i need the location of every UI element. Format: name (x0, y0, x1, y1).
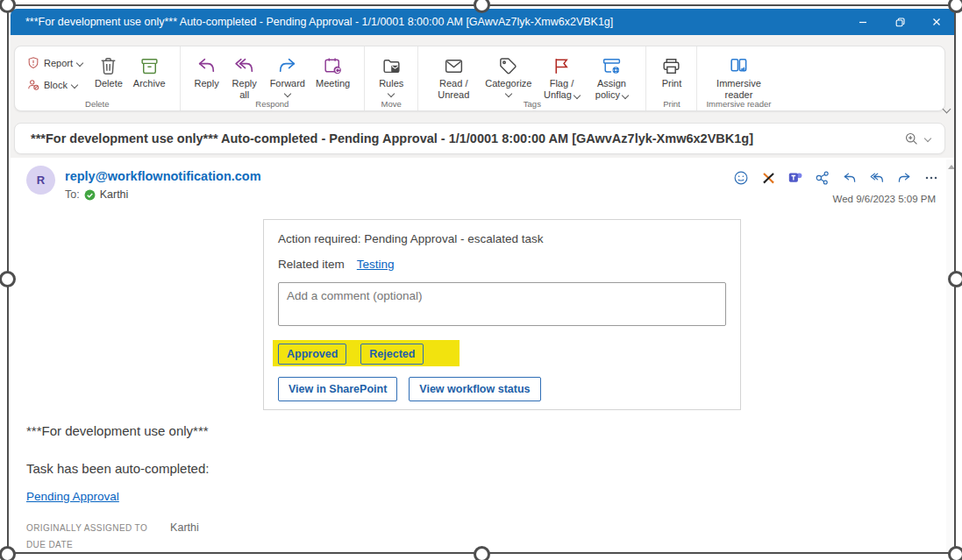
scroll-up-button[interactable] (947, 162, 955, 171)
subject-bar: ***For development use only*** Auto-comp… (14, 123, 945, 154)
immersive-reader-icon (728, 55, 750, 77)
delete-trash-icon (97, 55, 119, 77)
teams-icon (787, 170, 803, 186)
reply-icon (842, 170, 858, 186)
due-date-label: DUE DATE (26, 540, 73, 549)
teams-share-button[interactable] (787, 170, 803, 186)
scrollbar[interactable] (946, 159, 955, 554)
assign-policy-button[interactable]: Assign policy (591, 53, 631, 101)
rules-icon (381, 55, 403, 77)
selection-handle (0, 271, 16, 287)
approve-reject-row: Approved Rejected (278, 342, 726, 365)
ribbon-group-label: Move (365, 99, 417, 109)
rules-label: Rules (379, 78, 403, 89)
reply-all-quick-button[interactable] (869, 170, 885, 186)
flag-unflag-text: Flag / Unflag (544, 78, 574, 100)
print-button[interactable]: Print (660, 53, 682, 89)
flag-icon (551, 55, 573, 77)
report-label: Report (44, 58, 73, 68)
due-date-row: DUE DATE (26, 540, 73, 549)
view-workflow-status-button[interactable]: View workflow status (409, 377, 540, 401)
assign-policy-text: Assign policy (595, 78, 626, 100)
archive-button[interactable]: Archive (133, 53, 166, 89)
related-item-link[interactable]: Testing (357, 258, 395, 271)
close-button[interactable] (918, 9, 955, 35)
sender-email[interactable]: reply@workflownotification.com (65, 169, 261, 183)
ribbon-group-label: Print (646, 99, 696, 109)
delete-button[interactable]: Delete (95, 53, 123, 89)
immersive-reader-button[interactable]: Immersive reader (711, 53, 766, 101)
chevron-down-icon (284, 90, 291, 97)
message-action-icons (733, 170, 939, 186)
read-unread-icon (443, 55, 465, 77)
ribbon-group-label: Immersive reader (697, 99, 780, 109)
flag-unflag-button[interactable]: Flag / Unflag (542, 53, 581, 101)
rejected-button[interactable]: Rejected (360, 344, 424, 365)
zoom-control[interactable] (904, 131, 944, 146)
comment-input[interactable] (278, 282, 726, 326)
forward-button[interactable]: Forward (270, 53, 305, 96)
categorize-button[interactable]: Categorize (485, 53, 531, 96)
delete-label: Delete (95, 78, 123, 89)
meeting-label: Meeting (316, 78, 350, 89)
selection-handle (474, 546, 490, 560)
report-button[interactable]: Report (27, 56, 82, 69)
chevron-down-icon (388, 90, 395, 97)
minimize-icon (858, 17, 868, 27)
task-completed-text: Task has been auto-completed: (26, 461, 209, 476)
chevron-down-icon (574, 92, 581, 99)
reaction-smiley-button[interactable] (733, 170, 749, 186)
forward-icon (276, 55, 298, 77)
addin-x-icon (761, 171, 776, 186)
ribbon-group-label: Delete (15, 99, 180, 109)
recipient-name[interactable]: Karthi (100, 188, 129, 201)
ribbon-group-respond: Reply Reply all Forward (181, 46, 366, 110)
ribbon-collapse-button[interactable] (944, 100, 950, 116)
pending-approval-link-text[interactable]: Pending Approval (26, 490, 119, 503)
print-label: Print (662, 78, 682, 89)
block-button[interactable]: Block (27, 78, 82, 91)
maximize-button[interactable] (881, 9, 918, 35)
smiley-icon (733, 170, 749, 186)
reply-all-label: Reply all (230, 78, 260, 101)
rules-button[interactable]: Rules (379, 53, 403, 96)
assigned-label: ORIGINALLY ASSIGNED TO (26, 523, 147, 533)
minimize-button[interactable] (844, 9, 881, 35)
meeting-button[interactable]: Meeting (316, 53, 350, 89)
selection-handle (948, 546, 962, 560)
scroll-up-icon (948, 165, 955, 169)
ribbon-group-label: Tags (418, 99, 645, 109)
reply-all-button[interactable]: Reply all (230, 53, 260, 101)
flag-unflag-label: Flag / Unflag (542, 78, 581, 101)
approval-card: Action required: Pending Approval - esca… (263, 219, 741, 410)
window-controls (844, 9, 955, 35)
share-button[interactable] (815, 170, 830, 186)
forward-quick-button[interactable] (896, 170, 912, 186)
read-unread-button[interactable]: Read / Unread (432, 53, 474, 101)
ribbon-group-print: Print Print (646, 46, 697, 110)
reply-quick-button[interactable] (842, 170, 858, 186)
block-person-icon (27, 78, 39, 91)
presence-check-icon (84, 189, 96, 201)
chevron-down-icon (622, 92, 629, 99)
read-unread-label: Read / Unread (432, 78, 474, 101)
ribbon-group-tags: Read / Unread Categorize (418, 46, 646, 110)
view-in-sharepoint-button[interactable]: View in SharePoint (278, 377, 397, 401)
ribbon-group-immersive: Immersive reader Immersive reader (697, 46, 780, 110)
addin-x-button[interactable] (760, 170, 776, 186)
more-actions-button[interactable] (923, 170, 939, 186)
selection-handle (0, 546, 16, 560)
forward-icon (896, 170, 912, 186)
meeting-icon (322, 55, 344, 77)
ellipsis-icon (924, 171, 938, 185)
dev-note-text: ***For development use only*** (26, 423, 209, 438)
ribbon-group-delete: Report Block (15, 46, 181, 110)
ribbon-group-move: Rules Move (365, 46, 418, 110)
approved-button[interactable]: Approved (278, 344, 346, 365)
chevron-down-icon (505, 90, 512, 97)
reply-all-icon (869, 170, 885, 186)
reply-button[interactable]: Reply (195, 53, 219, 89)
sender-avatar[interactable]: R (26, 166, 55, 195)
zoom-icon (904, 131, 919, 146)
view-buttons-row: View in SharePoint View workflow status (278, 377, 726, 401)
